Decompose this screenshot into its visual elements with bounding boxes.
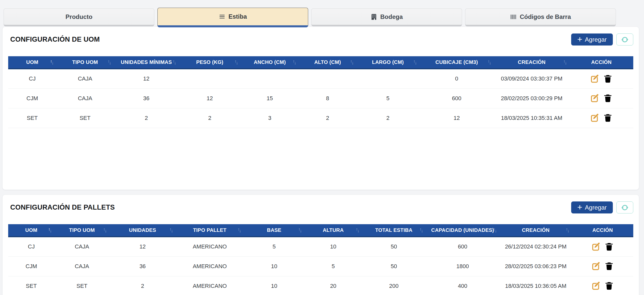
uom-refresh-button[interactable] <box>616 33 633 46</box>
table-cell: CAJA <box>56 69 114 88</box>
sort-icon: ↑↓ <box>356 228 359 233</box>
tab-codigos-de-barra[interactable]: Códigos de Barra <box>465 8 616 26</box>
delete-button[interactable] <box>605 242 614 251</box>
delete-button[interactable] <box>603 74 612 83</box>
tab-bodega[interactable]: Bodega <box>311 8 462 26</box>
column-header[interactable]: PESO (KG)↑↓ <box>179 56 241 69</box>
table-row: CJCAJA12003/09/2024 03:30:37 PM <box>8 69 633 88</box>
uom-add-button[interactable]: + Agregar <box>571 33 613 46</box>
pallet-table-head: UOM↑↓TIPO UOM↑↓UNIDADES↑↓TIPO PALLET↑↓BA… <box>8 224 633 237</box>
column-header[interactable]: ALTO (CM)↑↓ <box>299 56 356 69</box>
column-label: TIPO UOM <box>72 59 98 65</box>
trash-icon <box>603 114 612 122</box>
column-header[interactable]: TIPO UOM↑↓ <box>54 224 109 237</box>
column-header[interactable]: CAPACIDAD (UNIDADES)↑↓ <box>426 224 500 237</box>
uom-table: UOM↑↓TIPO UOM↑↓UNIDADES MÍNIMAS↑↓PESO (K… <box>8 56 633 128</box>
table-row: CJCAJA12AMERICANO5105060026/12/2024 02:3… <box>8 237 633 256</box>
column-label: UNIDADES MÍNIMAS <box>121 59 172 65</box>
pallet-add-button[interactable]: + Agregar <box>571 201 613 213</box>
sort-icon: ↑↓ <box>566 228 569 233</box>
table-cell: 18/03/2025 10:35:31 AM <box>494 108 569 128</box>
row-actions <box>569 74 633 83</box>
column-label: ANCHO (CM) <box>254 59 286 65</box>
table-cell: 400 <box>426 276 500 295</box>
tab-estiba[interactable]: Estiba <box>157 8 308 27</box>
column-header[interactable]: ALTURA↑↓ <box>304 224 362 237</box>
table-cell: 2 <box>179 108 241 128</box>
table-cell: 12 <box>114 69 179 88</box>
column-header[interactable]: UOM↑↓ <box>8 224 54 237</box>
column-label: CREACIÓN <box>522 227 549 233</box>
column-header[interactable]: UNIDADES MÍNIMAS↑↓ <box>114 56 179 69</box>
column-header[interactable]: CUBICAJE (CM3)↑↓ <box>419 56 494 69</box>
column-header[interactable]: TOTAL ESTIBA↑↓ <box>362 224 425 237</box>
uom-card-header: CONFIGURACIÓN DE UOM + Agregar <box>3 27 639 56</box>
column-label: UOM <box>26 59 38 65</box>
column-header[interactable]: LARGO (CM)↑↓ <box>356 56 419 69</box>
column-header[interactable]: CREACIÓN↑↓ <box>494 56 569 69</box>
column-header[interactable]: ANCHO (CM)↑↓ <box>241 56 299 69</box>
edit-button[interactable] <box>592 262 601 271</box>
edit-button[interactable] <box>592 242 601 251</box>
building-icon <box>371 14 377 20</box>
pallet-card-header: CONFIGURACIÓN DE PALLETS + Agregar <box>3 195 639 224</box>
actions-cell <box>572 237 633 256</box>
edit-pencil-icon <box>590 74 599 83</box>
sort-icon: ↑↓ <box>169 228 173 233</box>
sort-icon: ↑↓ <box>108 60 111 65</box>
column-header[interactable]: CREACIÓN↑↓ <box>500 224 572 237</box>
tab-producto-label: Producto <box>65 13 92 20</box>
table-cell: 10 <box>304 237 362 256</box>
sort-icon: ↑↓ <box>413 60 417 65</box>
column-header[interactable]: TIPO PALLET↑↓ <box>176 224 244 237</box>
table-cell: CJ <box>8 69 56 88</box>
sort-icon: ↑↓ <box>172 60 176 65</box>
column-label: ALTURA <box>323 227 344 233</box>
table-cell: 8 <box>299 88 356 108</box>
column-label: UOM <box>25 227 37 233</box>
sort-icon: ↑↓ <box>48 228 52 233</box>
delete-button[interactable] <box>603 94 612 103</box>
table-cell: SET <box>8 276 54 295</box>
uom-config-card: CONFIGURACIÓN DE UOM + Agregar UOM↑↓TIPO… <box>3 27 639 190</box>
uom-table-body: CJCAJA12003/09/2024 03:30:37 PM CJMCAJA3… <box>8 69 633 128</box>
edit-pencil-icon <box>592 262 601 271</box>
delete-button[interactable] <box>605 281 614 290</box>
edit-button[interactable] <box>592 281 601 290</box>
table-cell: 600 <box>419 88 494 108</box>
table-cell <box>356 69 419 88</box>
column-label: LARGO (CM) <box>372 59 404 65</box>
delete-button[interactable] <box>605 262 614 271</box>
table-row: SETSET2AMERICANO102020040018/03/2025 10:… <box>8 276 633 295</box>
sort-icon: ↑↓ <box>563 60 567 65</box>
table-cell: 12 <box>109 237 176 256</box>
edit-button[interactable] <box>590 94 599 103</box>
trash-icon <box>603 74 612 83</box>
row-actions <box>572 242 633 251</box>
column-header[interactable]: TIPO UOM↑↓ <box>56 56 114 69</box>
edit-button[interactable] <box>590 114 599 122</box>
table-cell: 36 <box>109 256 176 276</box>
table-cell: 15 <box>241 88 299 108</box>
uom-section-title: CONFIGURACIÓN DE UOM <box>10 36 100 43</box>
column-header[interactable]: BASE↑↓ <box>244 224 304 237</box>
sort-icon: ↑↓ <box>493 228 497 233</box>
table-cell: 12 <box>419 108 494 128</box>
table-cell: 3 <box>241 108 299 128</box>
pallet-refresh-button[interactable] <box>616 201 633 213</box>
column-label: CAPACIDAD (UNIDADES) <box>431 227 494 233</box>
table-cell: 2 <box>109 276 176 295</box>
table-row: SETSET223221218/03/2025 10:35:31 AM <box>8 108 633 128</box>
pallet-header-actions: + Agregar <box>571 201 633 213</box>
pallet-table-body: CJCAJA12AMERICANO5105060026/12/2024 02:3… <box>8 237 633 295</box>
column-header[interactable]: UNIDADES↑↓ <box>109 224 176 237</box>
pallet-section-title: CONFIGURACIÓN DE PALLETS <box>10 203 115 211</box>
table-cell: 12 <box>179 88 241 108</box>
edit-button[interactable] <box>590 74 599 83</box>
column-header[interactable]: UOM↑↓ <box>8 56 56 69</box>
table-cell: CJM <box>8 256 54 276</box>
table-cell: 18/03/2025 10:36:05 AM <box>500 276 572 295</box>
tab-producto[interactable]: Producto <box>4 8 154 26</box>
delete-button[interactable] <box>603 114 612 122</box>
column-label: PESO (KG) <box>196 59 223 65</box>
